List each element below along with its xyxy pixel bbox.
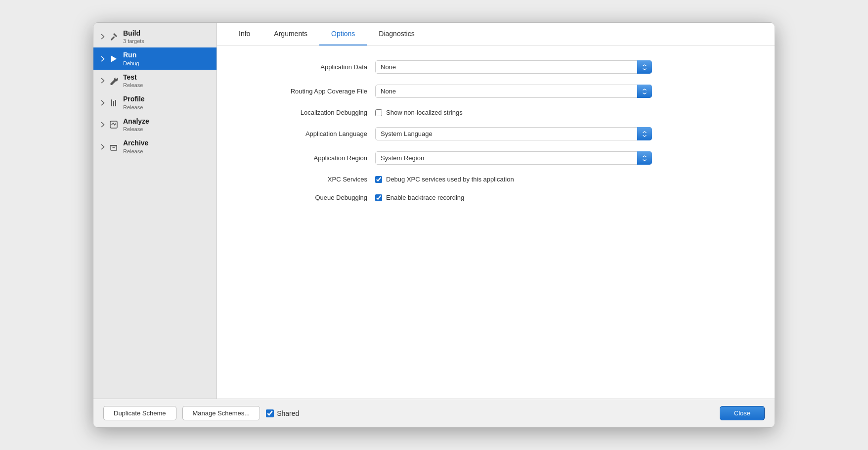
svg-rect-5 (110, 121, 117, 128)
queue-debugging-checkbox[interactable] (375, 194, 382, 201)
xpc-services-checkbox[interactable] (375, 176, 382, 183)
svg-rect-3 (113, 101, 114, 106)
sidebar-item-archive[interactable]: Archive Release (93, 135, 217, 157)
chevron-right-icon (99, 33, 106, 40)
profile-icon (108, 97, 119, 108)
chevron-archive-icon (99, 143, 106, 150)
application-data-label: Application Data (247, 63, 375, 71)
tab-arguments[interactable]: Arguments (262, 23, 319, 45)
chevron-analyze-icon (99, 121, 106, 128)
application-data-select[interactable]: None (375, 60, 652, 74)
localization-debugging-checkbox[interactable] (375, 109, 382, 116)
application-data-select-wrapper: None (375, 60, 652, 74)
test-item-text: Test Release (123, 73, 143, 89)
run-sublabel: Debug (123, 60, 139, 67)
application-region-control: System Region (375, 151, 652, 165)
shared-checkbox[interactable] (266, 409, 274, 417)
sidebar-item-test[interactable]: Test Release (93, 70, 217, 91)
tab-options[interactable]: Options (319, 23, 367, 45)
duplicate-scheme-button[interactable]: Duplicate Scheme (103, 406, 176, 420)
queue-debugging-label: Queue Debugging (247, 194, 375, 201)
routing-app-coverage-select[interactable]: None (375, 85, 652, 98)
svg-rect-0 (110, 36, 115, 41)
svg-rect-4 (115, 100, 116, 106)
queue-debugging-control: Enable backtrace recording (375, 194, 652, 201)
build-item-text: Build 3 targets (123, 29, 144, 45)
routing-app-coverage-row: Routing App Coverage File None (247, 85, 745, 98)
archive-sublabel: Release (123, 148, 148, 155)
localization-debugging-control: Show non-localized strings (375, 109, 652, 116)
xpc-checkbox-row: Debug XPC services used by this applicat… (375, 176, 652, 183)
application-language-select[interactable]: System Language (375, 127, 652, 140)
sidebar-item-profile[interactable]: Profile Release (93, 91, 217, 113)
chevron-run-icon (99, 55, 106, 62)
application-data-control: None (375, 60, 652, 74)
application-language-control: System Language (375, 127, 652, 140)
application-language-row: Application Language System Language (247, 127, 745, 140)
queue-debugging-row: Queue Debugging Enable backtrace recordi… (247, 194, 745, 201)
tab-info[interactable]: Info (227, 23, 262, 45)
build-sublabel: 3 targets (123, 38, 144, 45)
routing-select-wrapper: None (375, 85, 652, 98)
analyze-item-text: Analyze Release (123, 117, 149, 133)
analyze-icon (108, 119, 119, 130)
options-panel: Application Data None (217, 45, 775, 399)
tabs-bar: Info Arguments Options Diagnostics (217, 23, 775, 45)
queue-debugging-checkbox-label: Enable backtrace recording (386, 194, 464, 201)
xpc-services-row: XPC Services Debug XPC services used by … (247, 176, 745, 183)
profile-sublabel: Release (123, 104, 145, 111)
archive-item-text: Archive Release (123, 138, 148, 154)
main-content: Info Arguments Options Diagnostics Appli… (217, 23, 775, 399)
tab-diagnostics[interactable]: Diagnostics (367, 23, 426, 45)
localization-debugging-row: Localization Debugging Show non-localize… (247, 109, 745, 116)
xpc-services-label: XPC Services (247, 176, 375, 183)
chevron-test-icon (99, 77, 106, 84)
queue-checkbox-row: Enable backtrace recording (375, 194, 652, 201)
sidebar: Build 3 targets Run Debug (93, 23, 217, 399)
application-data-row: Application Data None (247, 60, 745, 74)
scheme-editor-dialog: Build 3 targets Run Debug (93, 22, 775, 428)
close-button[interactable]: Close (720, 406, 765, 420)
manage-schemes-button[interactable]: Manage Schemes... (182, 406, 260, 420)
language-select-wrapper: System Language (375, 127, 652, 140)
test-label: Test (123, 73, 143, 82)
test-sublabel: Release (123, 82, 143, 89)
build-label: Build (123, 29, 144, 38)
run-item-text: Run Debug (123, 50, 139, 66)
archive-label: Archive (123, 138, 148, 147)
shared-section: Shared (266, 409, 299, 417)
localization-checkbox-row: Show non-localized strings (375, 109, 652, 116)
sidebar-item-analyze[interactable]: Analyze Release (93, 114, 217, 135)
application-region-label: Application Region (247, 154, 375, 162)
sidebar-item-run[interactable]: Run Debug (93, 47, 217, 69)
profile-item-text: Profile Release (123, 94, 145, 110)
archive-icon (108, 141, 119, 152)
routing-app-coverage-control: None (375, 85, 652, 98)
run-label: Run (123, 50, 139, 59)
region-select-wrapper: System Region (375, 151, 652, 165)
chevron-profile-icon (99, 99, 106, 106)
dialog-body: Build 3 targets Run Debug (93, 23, 775, 399)
localization-debugging-checkbox-label: Show non-localized strings (386, 109, 463, 116)
wrench-icon (108, 75, 119, 86)
svg-rect-7 (111, 146, 117, 150)
analyze-sublabel: Release (123, 126, 149, 133)
dialog-footer: Duplicate Scheme Manage Schemes... Share… (93, 399, 775, 427)
xpc-services-control: Debug XPC services used by this applicat… (375, 176, 652, 183)
application-region-select[interactable]: System Region (375, 151, 652, 165)
xpc-services-checkbox-label: Debug XPC services used by this applicat… (386, 176, 514, 183)
profile-label: Profile (123, 94, 145, 103)
svg-rect-2 (111, 99, 112, 106)
shared-label: Shared (277, 409, 299, 417)
application-region-row: Application Region System Region (247, 151, 745, 165)
play-icon (108, 53, 119, 64)
sidebar-item-build[interactable]: Build 3 targets (93, 26, 217, 47)
svg-marker-1 (111, 55, 117, 62)
localization-debugging-label: Localization Debugging (247, 109, 375, 116)
analyze-label: Analyze (123, 117, 149, 126)
routing-app-coverage-label: Routing App Coverage File (247, 88, 375, 95)
hammer-icon (108, 31, 119, 42)
application-language-label: Application Language (247, 130, 375, 137)
